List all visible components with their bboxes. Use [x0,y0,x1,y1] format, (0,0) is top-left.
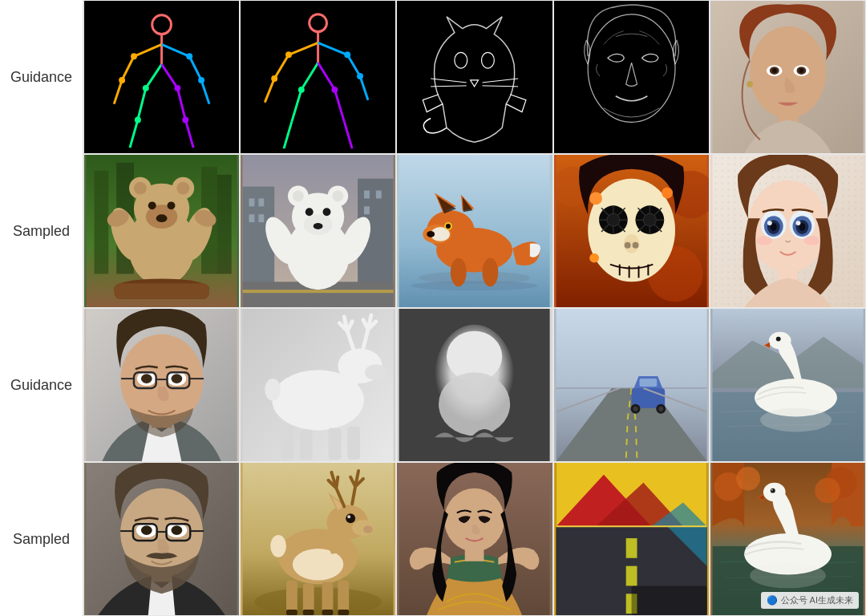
cell-r1c4 [553,0,710,154]
svg-point-73 [176,182,189,195]
svg-rect-223 [322,582,334,614]
svg-point-75 [148,201,156,209]
svg-rect-175 [347,426,360,460]
svg-rect-23 [243,1,394,153]
svg-point-38 [285,51,292,58]
svg-point-245 [815,478,840,504]
svg-rect-91 [364,191,370,199]
cell-r1c3 [396,0,552,154]
svg-point-171 [365,364,387,380]
svg-point-186 [633,407,637,411]
svg-point-254 [771,489,773,491]
svg-point-137 [662,188,673,199]
svg-rect-92 [376,191,382,199]
svg-point-253 [771,488,775,493]
svg-point-160 [141,374,152,383]
svg-point-204 [141,525,152,535]
svg-point-19 [143,85,149,91]
row-label-sampled-1: Sampled [0,154,83,308]
svg-rect-174 [329,428,342,460]
svg-point-138 [589,253,599,263]
svg-point-105 [314,223,323,229]
svg-rect-95 [243,290,394,293]
svg-rect-88 [249,214,255,222]
svg-rect-87 [259,198,265,206]
svg-point-213 [255,587,382,615]
svg-point-77 [156,214,168,222]
svg-point-131 [632,242,638,249]
row-label-guidance-1: Guidance [0,0,83,154]
svg-point-118 [451,258,467,287]
svg-rect-236 [625,538,637,558]
svg-point-206 [171,525,182,535]
svg-point-116 [446,224,451,229]
svg-point-22 [182,116,188,123]
svg-point-100 [293,191,304,202]
svg-rect-64 [94,171,108,274]
cell-r2c2 [240,154,396,308]
svg-point-180 [439,372,510,436]
svg-point-41 [357,73,363,79]
svg-point-153 [756,236,772,245]
svg-rect-222 [303,583,314,614]
cell-r1c1 [83,0,240,154]
cell-r1c5 [710,0,866,154]
svg-point-218 [363,525,373,533]
svg-point-39 [344,51,350,58]
svg-rect-226 [286,610,297,615]
svg-rect-67 [217,175,232,274]
cell-r3c5 [710,308,866,462]
cell-r3c3 [396,308,552,462]
svg-rect-229 [338,610,350,615]
svg-rect-173 [300,429,313,460]
svg-point-18 [198,77,204,83]
svg-rect-228 [322,610,334,615]
svg-rect-89 [259,214,265,222]
cell-r2c1 [83,154,240,308]
svg-point-198 [776,337,781,342]
svg-rect-224 [338,580,350,614]
svg-point-76 [168,201,176,209]
cell-r4c1 [83,462,240,616]
svg-point-199 [760,408,832,432]
svg-point-101 [333,191,344,202]
cell-r1c2 [240,0,396,154]
svg-point-21 [135,116,141,123]
watermark: 🔵 公众号 AI生成未来 [761,592,859,609]
svg-point-117 [427,231,435,237]
svg-point-154 [803,236,819,245]
svg-point-43 [332,87,338,93]
row-label-guidance-2: Guidance [0,308,83,462]
svg-point-72 [134,182,147,195]
svg-rect-86 [249,198,255,206]
svg-rect-0 [87,1,237,153]
svg-point-119 [483,258,499,287]
cell-r2c5 [710,154,866,308]
svg-rect-93 [364,206,370,214]
svg-point-104 [323,208,331,216]
svg-point-176 [265,379,281,401]
image-grid: Guidance [0,0,866,616]
svg-point-62 [747,81,753,87]
svg-rect-221 [286,580,297,614]
svg-point-219 [346,513,355,523]
svg-point-152 [795,221,800,225]
svg-point-130 [624,242,630,249]
svg-point-243 [736,467,760,491]
svg-point-40 [271,75,277,82]
svg-point-162 [171,374,182,383]
svg-rect-237 [625,566,637,586]
cell-r4c2 [240,462,396,616]
svg-point-232 [444,488,504,552]
svg-point-147 [767,221,772,225]
svg-point-58 [772,68,777,73]
svg-point-103 [306,208,314,216]
cell-r3c4 [553,308,710,462]
cell-r2c4 [553,154,710,308]
row-label-sampled-2: Sampled [0,462,83,616]
cell-r4c5: 🔵 公众号 AI生成未来 [710,462,866,616]
svg-point-15 [131,53,137,59]
svg-point-16 [186,53,192,59]
svg-point-126 [607,213,620,226]
cell-r4c4 [553,462,710,616]
